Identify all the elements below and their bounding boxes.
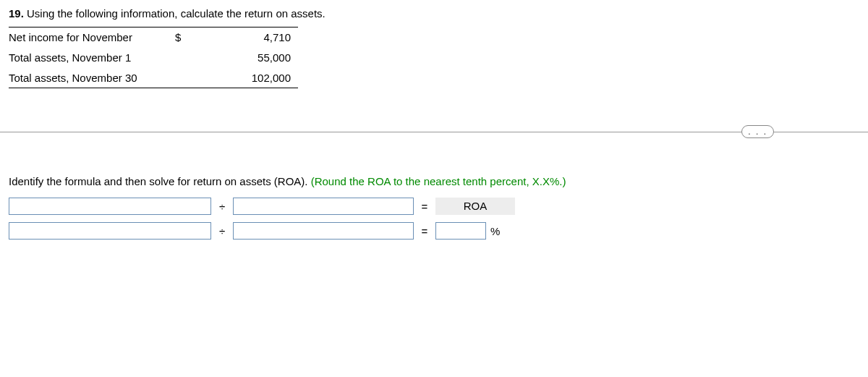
row-label: Total assets, November 30 [9,68,175,88]
divide-symbol: ÷ [211,200,233,213]
more-button[interactable]: . . . [741,125,774,138]
separator-line [0,132,868,132]
table-row: Total assets, November 1 55,000 [9,48,298,68]
row-value: 55,000 [197,48,298,68]
row-label: Net income for November [9,27,175,48]
equals-symbol: = [414,225,435,237]
row-value: 4,710 [197,27,298,48]
table-row: Net income for November $ 4,710 [9,27,298,48]
row-currency [175,48,197,68]
row-currency: $ [175,27,197,48]
formula-term2-input[interactable] [233,198,414,215]
roa-label: ROA [435,198,515,215]
formula-grid: ÷ = ROA ÷ = % [9,198,859,240]
instruction-text: Identify the formula and then solve for … [9,175,311,187]
separator: . . . [0,124,868,139]
row-label: Total assets, November 1 [9,48,175,68]
data-table: Net income for November $ 4,710 Total as… [9,27,298,88]
value-term1-input[interactable] [9,222,211,240]
result-cell: % [435,222,515,240]
formula-term1-input[interactable] [9,198,211,215]
row-currency [175,68,197,88]
percent-label: % [490,225,500,237]
question-title: 19. Using the following information, cal… [9,7,859,20]
equals-symbol: = [414,200,435,213]
row-value: 102,000 [197,68,298,88]
result-input[interactable] [435,222,486,240]
value-term2-input[interactable] [233,222,414,240]
question-number: 19. [9,7,24,20]
table-row: Total assets, November 30 102,000 [9,68,298,88]
question-text: Using the following information, calcula… [27,7,326,20]
divide-symbol: ÷ [211,225,233,237]
instruction: Identify the formula and then solve for … [9,175,859,187]
instruction-hint: (Round the ROA to the nearest tenth perc… [311,175,566,187]
